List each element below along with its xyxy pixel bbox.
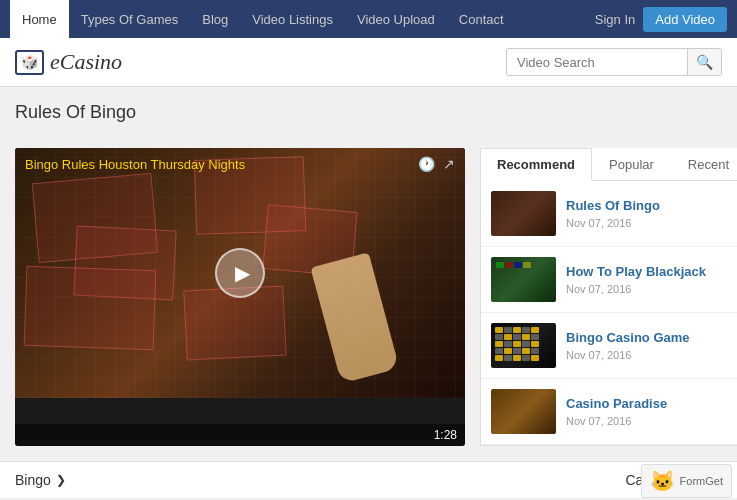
logo-text: eCasino [50,49,122,75]
thumbnail-3 [491,323,556,368]
video-top-bar: Bingo Rules Houston Thursday Nights 🕐 ↗ [15,148,465,180]
add-video-button[interactable]: Add Video [643,7,727,32]
item-title-3: Bingo Casino Game [566,330,735,345]
tab-recent[interactable]: Recent [671,148,737,181]
item-info-3: Bingo Casino Game Nov 07, 2016 [566,330,735,361]
item-date-3: Nov 07, 2016 [566,349,735,361]
video-thumbnail[interactable]: ▶ [15,148,465,398]
play-button[interactable]: ▶ [215,248,265,298]
sidebar-tabs: Recommend Popular Recent [480,148,737,181]
item-info-1: Rules Of Bingo Nov 07, 2016 [566,198,735,229]
bottom-bar: Bingo ❯ Casino Gaming 🐱 FormGet [0,461,737,498]
list-item[interactable]: Casino Paradise Nov 07, 2016 [481,379,737,445]
item-date-1: Nov 07, 2016 [566,217,735,229]
hand-element [310,252,399,383]
video-controls: 🕐 ↗ [418,156,455,172]
tab-popular[interactable]: Popular [592,148,671,181]
thumbnail-4 [491,389,556,434]
tab-recommend[interactable]: Recommend [480,148,592,181]
sidebar-content: Rules Of Bingo Nov 07, 2016 [480,181,737,446]
nav-items: Home Types Of Games Blog Video Listings … [10,0,595,38]
item-title-1: Rules Of Bingo [566,198,735,213]
item-title-2: How To Play Blackjack [566,264,735,279]
video-duration: 1:28 [434,428,457,442]
item-date-2: Nov 07, 2016 [566,283,735,295]
thumbnail-1 [491,191,556,236]
play-icon: ▶ [235,261,250,285]
formget-mascot-icon: 🐱 [650,469,675,493]
sidebar: Recommend Popular Recent Rules Of Bingo … [480,148,737,446]
item-info-2: How To Play Blackjack Nov 07, 2016 [566,264,735,295]
video-player[interactable]: Bingo Rules Houston Thursday Nights 🕐 ↗ [15,148,465,446]
nav-item-contact[interactable]: Contact [447,0,516,38]
bottom-left-label: Bingo [15,472,51,488]
navigation: Home Types Of Games Blog Video Listings … [0,0,737,38]
formget-label: FormGet [680,475,723,487]
sign-in-link[interactable]: Sign In [595,12,635,27]
logo[interactable]: 🎲 eCasino [15,49,122,75]
nav-item-types[interactable]: Types Of Games [69,0,191,38]
bottom-left-link[interactable]: Bingo ❯ [15,472,66,488]
item-title-4: Casino Paradise [566,396,735,411]
clock-icon[interactable]: 🕐 [418,156,435,172]
video-bottom-bar: 1:28 [15,424,465,446]
header: 🎲 eCasino 🔍 [0,38,737,87]
nav-right: Sign In Add Video [595,7,727,32]
nav-item-home[interactable]: Home [10,0,69,38]
list-item[interactable]: How To Play Blackjack Nov 07, 2016 [481,247,737,313]
section-title: Rules Of Bingo [15,102,722,123]
search-input[interactable] [507,50,687,75]
item-date-4: Nov 07, 2016 [566,415,735,427]
main-content: Rules Of Bingo Bingo Rules Houston Thurs… [0,87,737,461]
bingo-card-5 [24,266,157,350]
list-item[interactable]: Bingo Casino Game Nov 07, 2016 [481,313,737,379]
chevron-right-icon: ❯ [56,473,66,487]
search-button[interactable]: 🔍 [687,49,721,75]
content-row: Bingo Rules Houston Thursday Nights 🕐 ↗ [15,148,722,446]
thumbnail-2 [491,257,556,302]
search-box: 🔍 [506,48,722,76]
logo-icon: 🎲 [15,50,44,75]
nav-item-listings[interactable]: Video Listings [240,0,345,38]
item-info-4: Casino Paradise Nov 07, 2016 [566,396,735,427]
list-item[interactable]: Rules Of Bingo Nov 07, 2016 [481,181,737,247]
video-title: Bingo Rules Houston Thursday Nights [25,157,245,172]
share-icon[interactable]: ↗ [443,156,455,172]
nav-item-blog[interactable]: Blog [190,0,240,38]
formget-badge: 🐱 FormGet [641,464,732,498]
nav-item-upload[interactable]: Video Upload [345,0,447,38]
